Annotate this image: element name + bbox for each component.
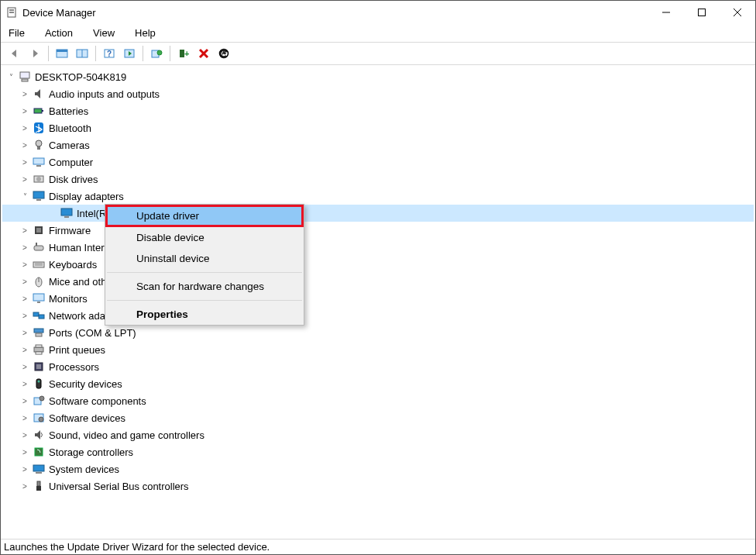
svg-text:+: +: [184, 49, 189, 58]
tree-item-label: Audio inputs and outputs: [49, 88, 160, 100]
scan-button[interactable]: [120, 45, 139, 62]
svg-rect-66: [33, 465, 44, 471]
svg-rect-8: [57, 50, 67, 52]
menu-action[interactable]: Action: [42, 26, 76, 40]
close-button[interactable]: [720, 1, 755, 24]
svg-rect-42: [36, 243, 37, 246]
tree-item-label: Sound, video and game controllers: [49, 429, 204, 441]
tree-category[interactable]: >Disk drives: [2, 171, 754, 188]
device-tree[interactable]: ˅DESKTOP-504K819>Audio inputs and output…: [1, 65, 755, 539]
minimize-button[interactable]: [648, 1, 684, 24]
expander-icon[interactable]: >: [19, 431, 30, 440]
computer-root-icon: [18, 71, 32, 83]
tree-category[interactable]: >Batteries: [2, 102, 754, 119]
details-button[interactable]: [73, 45, 91, 62]
expander-icon[interactable]: >: [19, 465, 30, 474]
menu-help[interactable]: Help: [132, 26, 159, 40]
expander-icon[interactable]: >: [19, 329, 30, 337]
computer-icon: [32, 156, 46, 168]
expander-icon[interactable]: >: [19, 397, 30, 405]
back-button[interactable]: [5, 45, 24, 62]
tree-category[interactable]: >System devices: [2, 460, 754, 477]
tree-category[interactable]: >Sound, video and game controllers: [2, 426, 754, 443]
tree-category[interactable]: >Software components: [2, 392, 754, 409]
tree-item-label: Software components: [49, 395, 146, 407]
tree-category[interactable]: >Ports (COM & LPT): [2, 324, 754, 341]
expander-icon[interactable]: >: [19, 295, 30, 303]
expander-icon[interactable]: >: [19, 158, 30, 167]
tree-category[interactable]: >Print queues: [2, 341, 754, 358]
expander-icon[interactable]: >: [19, 107, 30, 115]
audio-icon: [32, 88, 46, 100]
tree-root[interactable]: ˅DESKTOP-504K819: [2, 68, 754, 85]
svg-rect-27: [42, 110, 43, 112]
system-icon: [32, 463, 46, 475]
svg-rect-48: [33, 294, 44, 301]
svg-rect-4: [699, 9, 706, 16]
svg-rect-24: [20, 72, 29, 78]
toolbar: ? +: [1, 42, 755, 65]
expander-icon[interactable]: >: [19, 278, 30, 286]
context-menu-item[interactable]: Disable device: [105, 227, 304, 248]
forward-button[interactable]: [26, 45, 44, 62]
tree-category[interactable]: >Audio inputs and outputs: [2, 85, 754, 102]
update-driver-button[interactable]: [147, 45, 166, 62]
context-menu-item[interactable]: Uninstall device: [105, 248, 304, 269]
expander-icon[interactable]: >: [19, 90, 30, 98]
expander-icon[interactable]: >: [19, 124, 30, 133]
tree-category[interactable]: ˅Display adapters: [2, 188, 754, 205]
expander-icon[interactable]: ˅: [19, 192, 30, 201]
tree-item-label: Bluetooth: [49, 122, 91, 134]
tree-category[interactable]: >Bluetooth: [2, 119, 754, 136]
port-icon: [32, 326, 46, 339]
expander-icon[interactable]: >: [19, 346, 30, 354]
tree-category[interactable]: >Security devices: [2, 375, 754, 392]
mouse-icon: [32, 275, 46, 288]
add-legacy-button[interactable]: +: [174, 45, 193, 62]
bluetooth-icon: [32, 122, 46, 134]
tree-category[interactable]: >Software devices: [2, 409, 754, 426]
tree-category[interactable]: >Universal Serial Bus controllers: [2, 477, 754, 495]
svg-point-60: [38, 381, 40, 383]
disk-icon: [32, 173, 46, 185]
svg-rect-36: [36, 199, 41, 201]
svg-point-34: [36, 177, 41, 181]
expander-icon[interactable]: >: [19, 482, 30, 491]
context-menu-item[interactable]: Properties: [105, 304, 304, 325]
tree-category[interactable]: >Storage controllers: [2, 443, 754, 460]
expander-icon[interactable]: ˅: [5, 73, 16, 81]
menubar: File Action View Help: [1, 24, 755, 42]
show-hidden-button[interactable]: [53, 45, 71, 62]
svg-rect-51: [39, 315, 44, 319]
disable-button[interactable]: [215, 45, 233, 62]
context-menu-item[interactable]: Update driver: [105, 205, 304, 227]
tree-category[interactable]: >Computer: [2, 153, 754, 171]
context-menu-separator: [107, 272, 302, 273]
expander-icon[interactable]: >: [19, 363, 30, 371]
help-button[interactable]: ?: [100, 45, 119, 62]
expander-icon[interactable]: >: [19, 243, 30, 252]
uninstall-button[interactable]: [194, 45, 213, 62]
expander-icon[interactable]: >: [19, 175, 30, 184]
context-menu-item[interactable]: Scan for hardware changes: [105, 276, 304, 297]
svg-rect-54: [34, 347, 43, 352]
expander-icon[interactable]: >: [19, 226, 30, 235]
expander-icon[interactable]: >: [19, 414, 30, 422]
camera-icon: [32, 139, 46, 151]
tree-item-label: Print queues: [49, 344, 105, 356]
tree-category[interactable]: >Processors: [2, 358, 754, 375]
expander-icon[interactable]: >: [19, 380, 30, 388]
maximize-button[interactable]: [684, 1, 720, 24]
svg-rect-49: [37, 302, 40, 303]
expander-icon[interactable]: >: [19, 260, 30, 269]
menu-view[interactable]: View: [90, 26, 118, 40]
svg-rect-25: [22, 79, 28, 81]
expander-icon[interactable]: >: [19, 312, 30, 320]
context-menu-separator: [107, 300, 302, 301]
tree-category[interactable]: >Cameras: [2, 136, 754, 153]
expander-icon[interactable]: >: [19, 141, 30, 150]
menu-file[interactable]: File: [5, 26, 28, 40]
svg-rect-67: [36, 472, 42, 474]
expander-icon[interactable]: >: [19, 448, 30, 457]
tree-item-label: Processors: [49, 361, 99, 373]
